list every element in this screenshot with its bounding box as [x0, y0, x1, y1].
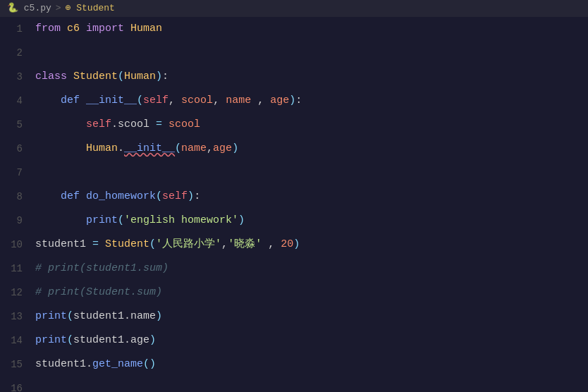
code-line-10: student1 = Student ( '人民路小学' , '晓淼' , 20…: [35, 233, 581, 257]
token-age-param: age: [270, 89, 289, 113]
token-str-name: '晓淼': [228, 233, 262, 257]
line-num-12: 12: [6, 281, 23, 305]
token-from: from: [35, 17, 61, 41]
token-init-squiggle: __init__: [124, 137, 175, 161]
line-num-8: 8: [6, 185, 23, 209]
token-human-ref: Human: [86, 137, 118, 161]
token-print-1: print: [86, 209, 118, 233]
code-line-2: [35, 41, 581, 65]
code-line-16: [35, 376, 581, 392]
line-num-7: 7: [6, 161, 23, 185]
token-scool-val: scool: [169, 113, 200, 137]
line-num-11: 11: [6, 257, 23, 281]
line-num-15: 15: [6, 353, 23, 376]
code-line-7: [35, 161, 581, 185]
token-student1-name: student1: [73, 305, 124, 329]
token-do-homework: do_homework: [86, 185, 156, 209]
token-print-3: print: [35, 329, 67, 353]
token-student-call: Student: [105, 233, 149, 257]
token-str-school: '人民路小学': [156, 233, 221, 257]
line-num-10: 10: [6, 233, 23, 257]
token-name-attr: name: [130, 305, 156, 329]
line-num-1: 1: [6, 17, 23, 41]
token-import: import: [86, 17, 124, 41]
code-editor: 🐍 c5.py > ⊕ Student 1 2 3 4 5 6 7 8 9 10…: [0, 0, 588, 392]
code-line-1: from c6 import Human: [35, 17, 581, 41]
code-line-8: def do_homework ( self ) :: [35, 185, 581, 209]
breadcrumb: 🐍 c5.py > ⊕ Student: [0, 0, 588, 17]
token-def-2: def: [61, 185, 80, 209]
line-num-16: 16: [6, 376, 23, 392]
line-num-14: 14: [6, 329, 23, 353]
line-num-4: 4: [6, 89, 23, 113]
token-name-arg: name: [181, 137, 207, 161]
line-num-6: 6: [6, 137, 23, 161]
code-line-9: print ( 'english homework' ): [35, 209, 581, 233]
code-line-6: Human . __init__ ( name , age ): [35, 137, 581, 161]
token-comment-1: # print(student1.sum): [35, 257, 169, 281]
token-name-param: name: [226, 89, 251, 113]
token-scool-attr: scool: [118, 113, 149, 137]
token-student1-call: student1: [35, 353, 86, 376]
token-student1-var: student1: [35, 233, 86, 257]
token-age-arg: age: [213, 137, 232, 161]
token-str-english: 'english homework': [124, 209, 238, 233]
code-line-5: self . scool = scool: [35, 113, 581, 137]
token-num-20: 20: [281, 233, 293, 257]
token-student1-age: student1: [73, 329, 124, 353]
code-lines[interactable]: from c6 import Human class Student ( Hum…: [28, 17, 588, 392]
code-line-11: # print(student1.sum): [35, 257, 581, 281]
token-print-2: print: [35, 305, 67, 329]
token-self-1: self: [143, 89, 169, 113]
code-line-15: student1 . get_name (): [35, 353, 581, 376]
code-area: 1 2 3 4 5 6 7 8 9 10 11 12 13 14 15 16 f…: [0, 17, 588, 392]
token-scool-param: scool: [181, 89, 213, 113]
token-human: Human: [130, 17, 162, 41]
token-human-base: Human: [124, 65, 156, 89]
token-class: class: [35, 65, 67, 89]
token-comment-2: # print(Student.sum): [35, 281, 162, 305]
line-num-13: 13: [6, 305, 23, 329]
line-num-2: 2: [6, 41, 23, 65]
code-line-14: print ( student1 . age ): [35, 329, 581, 353]
token-init: __init__: [86, 89, 137, 113]
token-def-1: def: [61, 89, 80, 113]
token-module: c6: [67, 17, 80, 41]
token-age-attr: age: [130, 329, 149, 353]
line-num-5: 5: [6, 113, 23, 137]
token-self-3: self: [162, 185, 188, 209]
code-line-3: class Student ( Human ) :: [35, 65, 581, 89]
token-get-name: get_name: [92, 353, 143, 376]
code-line-4: def __init__ ( self , scool , name , age…: [35, 89, 581, 113]
line-num-3: 3: [6, 65, 23, 89]
line-num-9: 9: [6, 209, 23, 233]
code-line-13: print ( student1 . name ): [35, 305, 581, 329]
line-numbers: 1 2 3 4 5 6 7 8 9 10 11 12 13 14 15 16: [0, 17, 28, 392]
code-line-12: # print(Student.sum): [35, 281, 581, 305]
token-student: Student: [73, 65, 118, 89]
token-self-2: self: [86, 113, 111, 137]
